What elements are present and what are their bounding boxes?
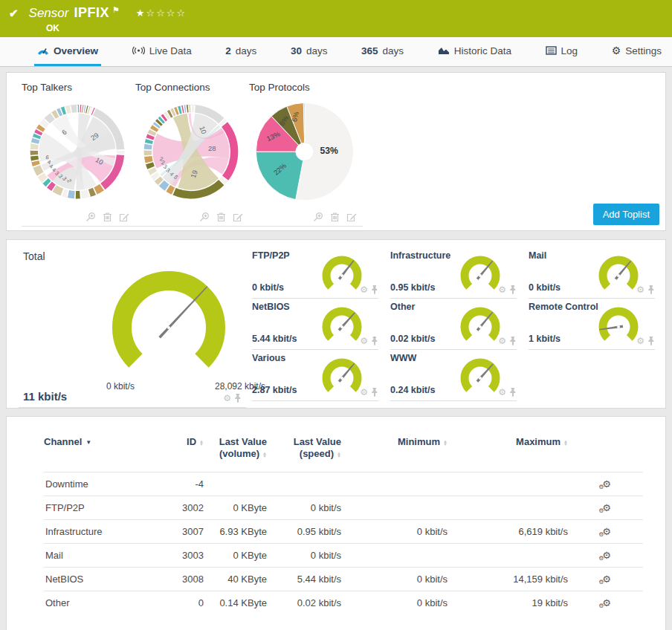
cell-channel: NetBIOS — [44, 574, 163, 585]
edit-toplist-icon[interactable] — [346, 212, 357, 222]
pin-icon[interactable] — [509, 285, 517, 294]
zoom-toplist-icon[interactable] — [313, 212, 323, 222]
settings-icon[interactable]: ⚙ — [223, 394, 231, 403]
column-header-max[interactable]: Maximum▲▼ — [448, 436, 568, 448]
edit-toplist-icon[interactable] — [233, 212, 243, 222]
cell-maximum: 14,159 kbit/s — [448, 574, 568, 585]
top-connections-chart[interactable]: 102819543322 — [135, 97, 247, 209]
toplist-top-talkers: Top Talkers6291023334446 — [22, 80, 135, 227]
settings-icon[interactable]: ⚙ — [498, 337, 506, 345]
channels-table-body: Downtime-4⚙⚙FTP/P2P30020 KByte0 kbit/s⚙⚙… — [44, 472, 643, 614]
sort-icon: ▲▼ — [337, 452, 341, 458]
pin-icon[interactable] — [371, 388, 378, 397]
settings-icon[interactable]: ⚙ — [498, 285, 506, 294]
historic-icon — [438, 46, 450, 55]
settings-icon[interactable]: ⚙ — [636, 337, 644, 345]
channel-settings-icon[interactable]: ⚙⚙ — [602, 550, 611, 561]
channel-value: 2.87 kbit/s — [252, 385, 297, 395]
pin-icon[interactable] — [509, 388, 517, 397]
gauge-tile-infrastructure: Infrastructure0.95 kbit/s⚙ — [390, 247, 517, 299]
cell-maximum: 6,619 kbit/s — [448, 526, 568, 537]
live-icon — [132, 46, 145, 55]
tab-365-days[interactable]: 365days — [358, 37, 407, 66]
channel-settings-icon[interactable]: ⚙⚙ — [602, 597, 611, 608]
sensor-header: ✔ Sensor IPFIX ⚑ ★☆☆☆☆ OK — [0, 0, 672, 37]
gauge-scale: 0 kbit/s 28,092 kbit/s — [106, 381, 265, 392]
tile-icons: ⚙ — [636, 337, 655, 345]
toplist-actions — [135, 209, 249, 227]
zoom-toplist-icon[interactable] — [199, 212, 210, 222]
channel-label: Other — [390, 302, 415, 312]
pin-icon[interactable] — [647, 337, 655, 345]
tab-bar: OverviewLive Data2days30days365daysHisto… — [0, 37, 672, 67]
total-gauge — [90, 262, 248, 384]
flag-icon[interactable]: ⚑ — [112, 5, 120, 15]
cell-channel: Mail — [44, 550, 163, 561]
toplist-title: Top Protocols — [249, 82, 363, 93]
settings-icon[interactable]: ⚙ — [360, 388, 368, 397]
cell-actions: ⚙⚙ — [568, 526, 643, 537]
channel-label: Mail — [529, 250, 546, 261]
top-talkers-chart[interactable]: 6291023334446 — [22, 97, 133, 209]
column-header-speed[interactable]: Last Value(speed)▲▼ — [267, 436, 341, 460]
gauge-tile-mail: Mail0 kbit/s⚙ — [529, 247, 655, 299]
channel-value: 0.02 kbit/s — [390, 334, 435, 344]
column-header-min[interactable]: Minimum▲▼ — [341, 436, 448, 448]
zoom-toplist-icon[interactable] — [85, 212, 96, 222]
channels-table-panel: Channel▼ID▲▼Last Value(volume)▲▼Last Val… — [6, 416, 666, 630]
table-row-downtime: Downtime-4⚙⚙ — [44, 472, 643, 496]
column-header-vol[interactable]: Last Value(volume)▲▼ — [204, 436, 267, 460]
delete-toplist-icon[interactable] — [330, 212, 340, 222]
edit-toplist-icon[interactable] — [119, 212, 129, 222]
gauge-icon — [37, 46, 49, 55]
cell-id: 3008 — [163, 574, 204, 585]
channel-settings-icon[interactable]: ⚙⚙ — [602, 502, 611, 513]
column-header-channel[interactable]: Channel▼ — [44, 436, 163, 449]
channel-settings-icon[interactable]: ⚙⚙ — [602, 574, 611, 585]
tab-2-days[interactable]: 2days — [222, 37, 259, 66]
cell-actions: ⚙⚙ — [568, 502, 643, 513]
pin-icon[interactable] — [509, 337, 517, 345]
tab-live-data[interactable]: Live Data — [129, 37, 195, 66]
tab-overview[interactable]: Overview — [34, 37, 101, 66]
settings-icon[interactable]: ⚙ — [360, 337, 368, 345]
tab-30-days[interactable]: 30days — [288, 37, 331, 66]
toplist-top-connections: Top Connections102819543322 — [135, 80, 249, 227]
cell-minimum: 0 kbit/s — [341, 526, 448, 537]
channel-value: 1 kbit/s — [529, 334, 560, 344]
priority-stars[interactable]: ★☆☆☆☆ — [136, 7, 187, 19]
column-header-id[interactable]: ID▲▼ — [163, 436, 204, 448]
tab-settings[interactable]: ⚙Settings — [609, 37, 665, 66]
channel-value: 0 kbit/s — [529, 282, 560, 293]
channel-label: FTP/P2P — [252, 250, 290, 261]
svg-text:53%: 53% — [320, 146, 338, 156]
sort-icon: ▲▼ — [563, 440, 568, 446]
settings-icon[interactable]: ⚙ — [636, 285, 644, 294]
tab-log[interactable]: Log — [543, 37, 581, 66]
settings-icon[interactable]: ⚙ — [498, 388, 506, 397]
gauge-tile-netbios: NetBIOS5.44 kbit/s⚙ — [252, 299, 378, 350]
delete-toplist-icon[interactable] — [216, 212, 226, 222]
cell-last-volume: 6.93 KByte — [204, 526, 267, 537]
settings-icon[interactable]: ⚙ — [360, 285, 368, 294]
channel-settings-icon[interactable]: ⚙⚙ — [602, 526, 611, 537]
delete-toplist-icon[interactable] — [103, 212, 112, 222]
pin-icon[interactable] — [371, 285, 378, 294]
status-ok-check-icon: ✔ — [9, 7, 19, 20]
pin-icon[interactable] — [234, 394, 242, 403]
gauge-min-label: 0 kbit/s — [106, 381, 135, 392]
add-toplist-button[interactable]: Add Toplist — [593, 204, 659, 225]
cell-channel: FTP/P2P — [44, 502, 163, 513]
cell-channel: Infrastructure — [44, 526, 163, 537]
tab-historic-data[interactable]: Historic Data — [435, 37, 514, 66]
channel-label: Infrastructure — [390, 250, 450, 261]
channel-settings-icon[interactable]: ⚙⚙ — [602, 478, 611, 490]
cell-actions: ⚙⚙ — [568, 478, 643, 490]
cell-actions: ⚙⚙ — [568, 574, 643, 585]
pin-icon[interactable] — [371, 337, 378, 345]
table-row-ftp-p2p: FTP/P2P30020 KByte0 kbit/s⚙⚙ — [44, 496, 643, 519]
top-protocols-chart[interactable]: 53%22%13%6%6% — [249, 97, 361, 209]
pin-icon[interactable] — [647, 285, 655, 294]
total-gauge-tile: Total 0 kbit/s 28,092 kbit/s 11 kbit/s ⚙ — [19, 247, 246, 408]
tile-icons: ⚙ — [360, 285, 378, 294]
